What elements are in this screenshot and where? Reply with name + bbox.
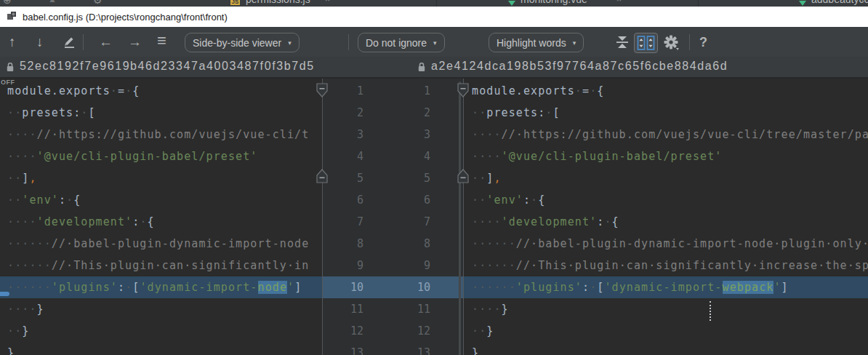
code-token: '@vue/cli-plugin-babel/preset' bbox=[502, 150, 723, 163]
code-token: ] bbox=[294, 281, 302, 294]
code-token: 'plugins' bbox=[516, 281, 582, 294]
plus-circle-icon[interactable]: ⊕ bbox=[3, 0, 12, 6]
code-token: ······ bbox=[472, 259, 516, 272]
code-line-7[interactable]: ····'development':·{ bbox=[0, 211, 322, 233]
left-editor-pane[interactable]: module.exports·=·{··presets:·[····//·htt… bbox=[0, 79, 322, 355]
left-line-number: 1 bbox=[322, 80, 363, 102]
code-line-11[interactable]: ····} bbox=[0, 298, 322, 320]
help-button[interactable]: ? bbox=[699, 35, 707, 50]
code-line-5[interactable]: ··], bbox=[0, 167, 322, 189]
collapse-unchanged-icon[interactable] bbox=[615, 34, 630, 53]
code-token: ] bbox=[486, 172, 494, 185]
left-line-number: 12 bbox=[322, 320, 363, 342]
code-token: { bbox=[612, 215, 619, 228]
code-line-7[interactable]: ····'development':·{ bbox=[463, 211, 868, 233]
ignore-policy-dropdown[interactable]: Do not ignore ▾ bbox=[358, 33, 445, 52]
code-line-6[interactable]: ··'env':·{ bbox=[0, 189, 322, 211]
right-line-number: 1 bbox=[363, 80, 430, 102]
code-token: //·This·plugin·can·significantly·in bbox=[52, 259, 310, 272]
fold-marker-down[interactable] bbox=[316, 83, 328, 97]
code-line-10[interactable]: ······'plugins':·['dynamic-import-node'] bbox=[0, 276, 322, 298]
code-line-12[interactable]: ··} bbox=[0, 320, 322, 342]
code-token: ·· bbox=[7, 194, 22, 207]
code-line-9[interactable]: ······//·This·plugin·can·significantly·i… bbox=[0, 255, 322, 276]
code-line-4[interactable]: ····'@vue/cli-plugin-babel/preset' bbox=[0, 145, 322, 167]
sync-scrolling-toggle[interactable] bbox=[634, 33, 658, 53]
code-token: } bbox=[22, 324, 29, 338]
back-button[interactable]: ← bbox=[99, 35, 113, 49]
highlight-mode-dropdown[interactable]: Highlight words ▾ bbox=[489, 33, 584, 52]
gutter-row-10: 1010 bbox=[322, 276, 463, 298]
menu-icon[interactable]: ≡ bbox=[157, 33, 166, 47]
close-icon[interactable]: × bbox=[861, 0, 867, 4]
code-line-8[interactable]: ······//·babel-plugin-dynamic-import-nod… bbox=[463, 233, 868, 255]
editor-tab-strip: ⊕ ▲ ⚙ JS permissions.js × monitoring.vue… bbox=[0, 0, 868, 7]
code-token: presets: bbox=[486, 106, 545, 119]
code-line-13[interactable]: } bbox=[0, 342, 322, 355]
settings-gear-icon[interactable] bbox=[663, 34, 680, 55]
pane-divider-line bbox=[322, 79, 323, 355]
js-file-icon: JS bbox=[230, 0, 240, 5]
close-icon[interactable]: × bbox=[325, 0, 330, 4]
diff-viewer-window: ⊕ ▲ ⚙ JS permissions.js × monitoring.vue… bbox=[0, 0, 868, 355]
code-line-2[interactable]: ··presets:·[ bbox=[0, 102, 322, 124]
right-line-number: 2 bbox=[363, 102, 430, 124]
code-token: [ bbox=[597, 281, 604, 294]
fold-marker-up[interactable] bbox=[457, 169, 469, 183]
code-token: 'env' bbox=[486, 194, 523, 207]
gutter-row-7: 77 bbox=[322, 211, 463, 233]
up-triangle-icon[interactable]: ▲ bbox=[48, 0, 57, 4]
right-editor-pane[interactable]: module.exports·=·{··presets:·[····//·htt… bbox=[463, 79, 868, 355]
previous-change-button[interactable]: ↑ bbox=[9, 35, 16, 49]
code-token: { bbox=[597, 84, 604, 97]
code-line-12[interactable]: ··} bbox=[463, 320, 868, 342]
gutter-row-8: 88 bbox=[322, 233, 463, 255]
code-token: ···· bbox=[7, 128, 37, 141]
code-token: ······ bbox=[7, 281, 52, 294]
right-editor-scrollbar[interactable] bbox=[459, 81, 461, 355]
highlight-mode-label: Highlight words bbox=[497, 37, 566, 49]
tab-monitoring[interactable]: monitoring.vue bbox=[521, 0, 587, 5]
code-line-2[interactable]: ··presets:·[ bbox=[463, 102, 868, 124]
gear-icon-small[interactable]: ⚙ bbox=[93, 0, 103, 6]
code-token: { bbox=[538, 194, 545, 207]
code-token: '@vue/cli-plugin-babel/preset' bbox=[37, 150, 258, 163]
fold-marker-down[interactable] bbox=[457, 83, 469, 97]
code-token: · bbox=[575, 84, 582, 97]
viewer-mode-label: Side-by-side viewer bbox=[193, 37, 281, 49]
ignore-policy-label: Do not ignore bbox=[366, 37, 427, 49]
code-line-13[interactable]: } bbox=[463, 342, 868, 355]
code-token: 'development' bbox=[37, 215, 133, 228]
tab-addbeautycourtyard[interactable]: addbeautycourtyard.vue bbox=[811, 0, 868, 5]
tab-permissions[interactable]: permissions.js bbox=[246, 0, 310, 5]
code-line-1[interactable]: module.exports·=·{ bbox=[0, 80, 322, 102]
code-line-3[interactable]: ····//·https://github.com/vuejs/vue-cli/… bbox=[463, 124, 868, 145]
right-line-number: 9 bbox=[363, 255, 430, 276]
left-line-number: 9 bbox=[322, 255, 363, 276]
gutter-row-12: 1212 bbox=[322, 320, 463, 342]
code-line-11[interactable]: ····} bbox=[463, 298, 868, 320]
code-line-5[interactable]: ··], bbox=[463, 167, 868, 189]
right-line-number: 13 bbox=[363, 342, 430, 355]
viewer-mode-dropdown[interactable]: Side-by-side viewer ▾ bbox=[185, 33, 300, 52]
code-token: ·· bbox=[472, 106, 486, 119]
code-token: { bbox=[73, 194, 81, 207]
code-line-8[interactable]: ······//·babel-plugin-dynamic-import-nod… bbox=[0, 233, 322, 255]
diff-content: 1122334455667788991010111112121313 modul… bbox=[0, 79, 868, 355]
code-token: · bbox=[110, 84, 118, 97]
left-line-number: 2 bbox=[322, 102, 363, 124]
code-line-6[interactable]: ··'env':·{ bbox=[463, 189, 868, 211]
forward-button[interactable]: → bbox=[128, 35, 142, 49]
code-line-9[interactable]: ······//·This·plugin·can·significantly·i… bbox=[463, 255, 868, 276]
edit-source-icon[interactable] bbox=[63, 34, 76, 52]
code-line-10[interactable]: ······'plugins':·['dynamic-import-webpac… bbox=[463, 276, 868, 298]
code-line-1[interactable]: module.exports·=·{ bbox=[463, 80, 868, 102]
code-token: · bbox=[81, 106, 88, 119]
code-token: : bbox=[59, 194, 66, 207]
code-line-4[interactable]: ····'@vue/cli-plugin-babel/preset' bbox=[463, 145, 868, 167]
close-icon[interactable]: × bbox=[616, 0, 622, 4]
code-line-3[interactable]: ····//·https://github.com/vuejs/vue-cli/… bbox=[0, 124, 322, 145]
next-change-button[interactable]: ↓ bbox=[36, 35, 44, 49]
fold-marker-up[interactable] bbox=[316, 169, 328, 183]
code-token: { bbox=[132, 84, 140, 97]
